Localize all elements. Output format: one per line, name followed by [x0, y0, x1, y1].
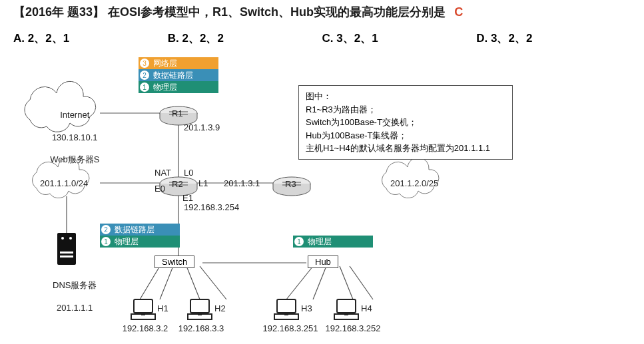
layerbox-hub: 1物理层	[293, 236, 373, 248]
layerbox-switch: 2数据链路层 1物理层	[100, 224, 180, 248]
svg-line-18	[160, 266, 173, 299]
hub-box: Hub	[308, 256, 338, 268]
h3-name: H3	[301, 303, 312, 315]
cloud-internet-label: Internet 130.18.10.1 Web服务器S	[33, 98, 107, 177]
r3-ip-label: 201.1.3.1	[224, 178, 260, 190]
layerbox-r1: 3网络层 2数据链路层 1物理层	[139, 57, 218, 93]
h1-ip: 192.168.3.2	[119, 323, 172, 335]
nat-label: NAT	[155, 168, 171, 179]
r2-e1-ip: 192.168.3.254	[184, 202, 239, 214]
l1-label: L1	[198, 178, 208, 190]
r1-ip-label: 201.1.3.9	[184, 122, 220, 134]
h4-ip: 192.168.3.252	[320, 323, 386, 335]
h2-name: H2	[214, 303, 226, 315]
layer1-row: 1物理层	[100, 236, 180, 248]
server-icon	[57, 233, 76, 265]
h3-ip: 192.168.3.251	[257, 323, 324, 335]
layer2-row: 2数据链路层	[139, 69, 218, 81]
layer3-row: 3网络层	[139, 57, 218, 69]
h2-ip: 192.168.3.3	[174, 323, 228, 335]
layer2-row: 2数据链路层	[100, 224, 180, 236]
dns-label: DNS服务器 201.1.1.1	[40, 269, 100, 325]
svg-line-19	[186, 266, 200, 299]
host-h3-icon	[274, 299, 298, 319]
h1-name: H1	[157, 303, 168, 315]
svg-line-24	[340, 266, 353, 299]
switch-box: Switch	[155, 256, 194, 268]
l0-label: L0	[184, 168, 193, 179]
cloud1-label: 201.1.1.0/24	[40, 178, 88, 190]
legend-box: 图中： R1~R3为路由器； Switch为100Base-T交换机； Hub为…	[298, 85, 513, 160]
e0-label: E0	[155, 184, 165, 195]
page: 【2016年 题33】 在OSI参考模型中，R1、Switch、Hub实现的最高…	[0, 0, 644, 344]
legend-l2: Switch为100Base-T交换机；	[306, 116, 505, 129]
legend-l3: Hub为100Base-T集线器；	[306, 129, 505, 142]
layer1-row: 1物理层	[293, 236, 373, 248]
h4-name: H4	[361, 303, 372, 315]
legend-l4: 主机H1~H4的默认域名服务器均配置为201.1.1.1	[306, 142, 505, 155]
layer1-row: 1物理层	[139, 81, 218, 93]
r1-label: R1	[172, 108, 183, 120]
host-h1-icon	[131, 299, 155, 319]
svg-line-22	[286, 266, 313, 299]
legend-l1: R1~R3为路由器；	[306, 103, 505, 116]
cloud2-label: 201.1.2.0/25	[390, 178, 438, 190]
r3-label: R3	[285, 179, 296, 190]
host-h2-icon	[188, 299, 212, 319]
r2-label: R2	[172, 179, 183, 190]
svg-line-25	[350, 266, 373, 299]
svg-line-20	[200, 266, 226, 299]
svg-line-17	[140, 266, 160, 299]
legend-title: 图中：	[306, 90, 505, 103]
host-h4-icon	[334, 299, 358, 319]
svg-line-23	[313, 266, 326, 299]
